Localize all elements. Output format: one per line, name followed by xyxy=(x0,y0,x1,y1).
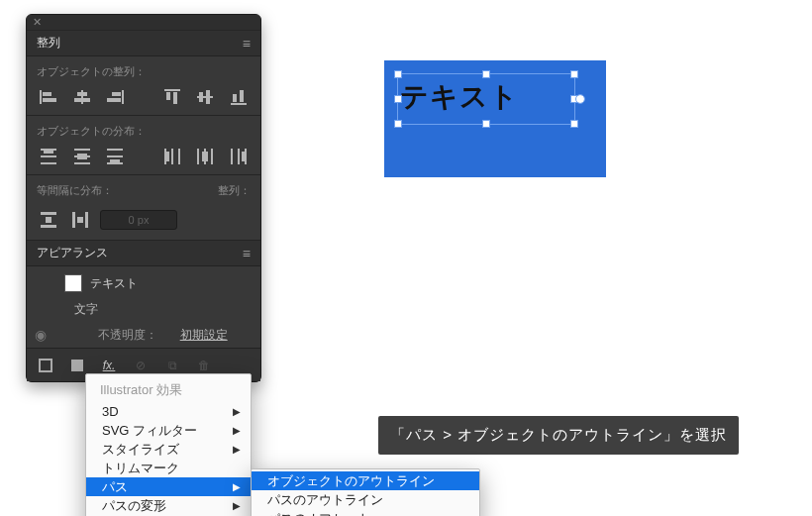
dist-vcenter-icon[interactable] xyxy=(70,147,94,166)
text-frame[interactable]: テキスト xyxy=(398,74,574,124)
panel-menu-icon[interactable]: ≡ xyxy=(243,246,251,261)
svg-rect-44 xyxy=(46,217,51,223)
selection-handle[interactable] xyxy=(483,121,489,127)
svg-rect-4 xyxy=(77,92,87,96)
duplicate-icon[interactable]: ⧉ xyxy=(163,357,181,374)
fx-menu-item-stylize[interactable]: スタイライズ▶ xyxy=(86,440,251,459)
fx-menu-item-path[interactable]: パス▶ xyxy=(86,477,251,496)
appearance-text-label: テキスト xyxy=(90,275,138,292)
dist-right-icon[interactable] xyxy=(227,147,251,166)
align-hcenter-icon[interactable] xyxy=(70,87,94,107)
svg-rect-25 xyxy=(77,154,87,159)
svg-rect-24 xyxy=(74,162,90,164)
selection-handle[interactable] xyxy=(483,71,489,77)
align-objects-label: オブジェクトの整列： xyxy=(27,56,260,85)
svg-rect-19 xyxy=(41,155,56,157)
svg-rect-7 xyxy=(112,92,121,96)
svg-rect-40 xyxy=(245,149,247,164)
svg-rect-45 xyxy=(72,212,75,228)
svg-rect-2 xyxy=(43,98,56,102)
align-to-label: 整列： xyxy=(218,183,251,198)
svg-rect-0 xyxy=(40,90,42,104)
instruction-caption: 「パス > オブジェクトのアウトライン」を選択 xyxy=(378,416,739,455)
distribute-objects-label: オブジェクトの分布： xyxy=(27,116,260,145)
align-vcenter-icon[interactable] xyxy=(194,87,218,107)
opacity-label: 不透明度： xyxy=(98,327,157,344)
svg-rect-10 xyxy=(166,92,170,100)
fx-menu-item-3d[interactable]: 3D▶ xyxy=(86,402,251,421)
appearance-row-text[interactable]: テキスト xyxy=(27,270,260,296)
selection-handle[interactable] xyxy=(395,96,401,102)
add-effect-button[interactable]: fx. xyxy=(100,357,118,374)
fx-submenu-item-outline-stroke[interactable]: パスのアウトライン xyxy=(252,490,479,509)
align-left-icon[interactable] xyxy=(37,87,60,107)
text-content: テキスト xyxy=(398,74,574,116)
dist-spacing-v-icon[interactable] xyxy=(37,210,60,230)
dist-left-icon[interactable] xyxy=(160,147,184,166)
trash-icon[interactable]: 🗑 xyxy=(195,357,213,374)
dist-hcenter-icon[interactable] xyxy=(194,147,218,166)
panel-titlebar[interactable]: ✕ xyxy=(27,15,260,31)
svg-rect-20 xyxy=(41,162,56,164)
fill-swatch[interactable] xyxy=(64,274,82,292)
selection-handle[interactable] xyxy=(395,121,401,127)
dist-bottom-icon[interactable] xyxy=(103,147,127,166)
svg-rect-30 xyxy=(164,149,166,164)
svg-rect-5 xyxy=(74,98,90,102)
fx-menu-item-trimmarks[interactable]: トリムマーク xyxy=(86,459,251,477)
spacing-value-field[interactable]: 0 px xyxy=(100,210,177,230)
svg-rect-48 xyxy=(40,360,51,371)
spacing-label: 等間隔に分布： xyxy=(37,183,113,198)
svg-rect-49 xyxy=(71,360,83,371)
svg-rect-28 xyxy=(107,162,123,164)
appearance-tab[interactable]: アピアランス xyxy=(37,245,108,261)
opacity-value[interactable]: 初期設定 xyxy=(180,327,228,344)
clear-appearance-icon[interactable]: ⊘ xyxy=(132,357,150,374)
svg-rect-27 xyxy=(107,155,123,157)
selection-handle[interactable] xyxy=(571,71,577,77)
svg-rect-32 xyxy=(178,149,180,164)
align-top-icon[interactable] xyxy=(160,87,184,107)
dist-top-icon[interactable] xyxy=(37,147,60,166)
new-stroke-icon[interactable] xyxy=(37,357,54,374)
appearance-row-opacity[interactable]: ◉ 不透明度： 初期設定 xyxy=(27,322,260,348)
svg-rect-11 xyxy=(173,92,177,104)
svg-rect-15 xyxy=(231,103,247,105)
appearance-row-chars[interactable]: 文字 xyxy=(27,296,260,322)
selection-handle[interactable] xyxy=(571,121,577,127)
svg-rect-21 xyxy=(44,151,53,154)
svg-rect-29 xyxy=(110,159,120,162)
appearance-chars-label: 文字 xyxy=(74,301,98,318)
fx-submenu-item-outline-object[interactable]: オブジェクトのアウトライン xyxy=(252,471,479,490)
fx-menu-item-svg-filter[interactable]: SVG フィルター▶ xyxy=(86,421,251,440)
svg-rect-43 xyxy=(41,225,56,228)
svg-rect-14 xyxy=(206,90,210,104)
svg-rect-13 xyxy=(199,92,203,102)
fx-menu-item-distort[interactable]: パスの変形▶ xyxy=(86,496,251,515)
close-icon[interactable]: ✕ xyxy=(33,16,42,29)
svg-rect-34 xyxy=(197,149,199,164)
visibility-icon[interactable]: ◉ xyxy=(35,327,56,343)
selection-handle[interactable] xyxy=(395,71,401,77)
panel-menu-icon[interactable]: ≡ xyxy=(243,36,251,52)
svg-rect-6 xyxy=(122,90,124,104)
align-bottom-icon[interactable] xyxy=(227,87,251,107)
canvas-rectangle[interactable]: テキスト xyxy=(384,60,606,177)
fx-submenu-item-offset-path[interactable]: パスのオフセット xyxy=(252,509,479,516)
dist-spacing-h-icon[interactable] xyxy=(68,210,92,230)
svg-rect-1 xyxy=(43,92,51,96)
svg-rect-22 xyxy=(74,149,90,151)
align-right-icon[interactable] xyxy=(103,87,127,107)
fx-menu-header: Illustrator 効果 xyxy=(86,378,251,402)
svg-rect-26 xyxy=(107,149,123,151)
svg-rect-16 xyxy=(233,94,237,102)
svg-rect-47 xyxy=(77,217,83,223)
svg-rect-42 xyxy=(41,212,56,215)
svg-rect-41 xyxy=(242,152,245,161)
new-fill-icon[interactable] xyxy=(68,357,86,374)
svg-rect-31 xyxy=(171,149,173,164)
align-tab[interactable]: 整列 xyxy=(37,35,60,52)
text-outport-icon[interactable] xyxy=(576,95,584,103)
svg-rect-8 xyxy=(107,98,121,102)
svg-rect-46 xyxy=(85,212,88,228)
